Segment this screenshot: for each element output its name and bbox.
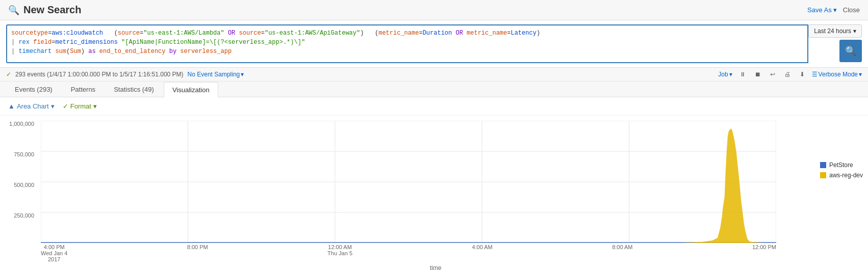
search-bar: sourcetype=aws:cloudwatch (source="us-ea… — [0, 20, 868, 68]
print-button[interactable]: 🖨 — [782, 70, 793, 79]
header-actions: Save As ▾ Close — [807, 6, 860, 14]
format-label: Format — [70, 102, 91, 110]
search-icon: 🔍 — [8, 5, 19, 16]
chart-legend: PetStore aws-reg-dev — [820, 161, 863, 179]
job-button[interactable]: Job ▾ — [718, 71, 732, 78]
area-chart-label: Area Chart — [17, 102, 49, 110]
legend-label-petstore: PetStore — [829, 161, 853, 169]
tab-visualization[interactable]: Visualization — [164, 82, 218, 97]
legend-color-petstore — [820, 162, 826, 168]
chart-wrapper: 1,000,000 750,000 500,000 250,000 — [0, 116, 868, 270]
x-label-4am: 4:00 AM — [472, 244, 492, 262]
area-chart-button[interactable]: ▲ Area Chart ▾ — [8, 102, 55, 110]
list-icon: ☰ — [812, 71, 818, 78]
x-axis-title: _time — [426, 264, 441, 270]
area-chart-icon: ▲ — [8, 102, 15, 110]
search-button[interactable]: 🔍 — [839, 40, 862, 62]
page-title: 🔍 New Search — [8, 4, 81, 16]
stop-button[interactable]: ⏹ — [753, 70, 763, 79]
title-text: New Search — [23, 4, 81, 16]
legend-item-petstore: PetStore — [820, 161, 863, 169]
chart-toolbar: ▲ Area Chart ▾ ✓ Format ▾ — [0, 97, 868, 116]
time-range-label: Last 24 hours — [814, 28, 851, 35]
search-input-wrap: sourcetype=aws:cloudwatch (source="us-ea… — [6, 24, 808, 63]
svg-marker-11 — [41, 242, 776, 243]
check-icon: ✓ — [6, 71, 11, 78]
search-icon: 🔍 — [845, 45, 856, 57]
chevron-down-icon: ▾ — [853, 28, 856, 35]
chevron-down-icon: ▾ — [859, 71, 862, 78]
share-button[interactable]: ↩ — [768, 70, 777, 79]
legend-item-aws-reg-dev: aws-reg-dev — [820, 172, 863, 179]
chart-svg — [41, 121, 776, 243]
format-icon: ✓ — [63, 102, 68, 110]
chevron-down-icon: ▾ — [51, 102, 55, 110]
search-input[interactable]: sourcetype=aws:cloudwatch (source="us-ea… — [11, 29, 803, 59]
chevron-down-icon: ▾ — [833, 6, 837, 14]
status-bar: ✓ 293 events (1/4/17 1:00:00.000 PM to 1… — [0, 68, 868, 82]
close-button[interactable]: Close — [843, 6, 860, 14]
y-label-1000000: 1,000,000 — [9, 121, 34, 127]
chevron-down-icon: ▾ — [241, 71, 244, 78]
header: 🔍 New Search Save As ▾ Close — [0, 0, 868, 20]
job-label: Job — [718, 71, 728, 78]
event-sampling-button[interactable]: No Event Sampling ▾ — [188, 71, 244, 78]
download-button[interactable]: ⬇ — [798, 70, 807, 79]
y-label-500000: 500,000 — [14, 182, 34, 188]
y-label-250000: 250,000 — [14, 212, 34, 219]
chevron-down-icon: ▾ — [729, 71, 732, 78]
tabs-bar: Events (293) Patterns Statistics (49) Vi… — [0, 82, 868, 97]
x-label-8am: 8:00 AM — [612, 244, 632, 262]
save-as-button[interactable]: Save As ▾ — [807, 6, 837, 14]
save-as-label: Save As — [807, 6, 832, 14]
sampling-label: No Event Sampling — [188, 71, 240, 78]
legend-label-aws-reg-dev: aws-reg-dev — [829, 172, 863, 179]
x-label-12pm: 12:00 PM — [752, 244, 776, 262]
verbose-mode-button[interactable]: ☰ Verbose Mode ▾ — [812, 71, 862, 78]
y-axis-labels: 1,000,000 750,000 500,000 250,000 — [0, 121, 38, 243]
verbose-label: Verbose Mode — [819, 71, 858, 78]
status-left: ✓ 293 events (1/4/17 1:00:00.000 PM to 1… — [6, 71, 244, 78]
format-button[interactable]: ✓ Format ▾ — [63, 102, 97, 110]
x-label-12am: 12:00 AM Thu Jan 5 — [327, 244, 352, 262]
legend-color-aws-reg-dev — [820, 172, 826, 178]
time-range-button[interactable]: Last 24 hours ▾ — [808, 24, 862, 38]
x-label-8pm: 8:00 PM — [187, 244, 208, 262]
x-label-4pm: 4:00 PM Wed Jan 4 2017 — [41, 244, 67, 262]
x-axis-labels: 4:00 PM Wed Jan 4 2017 8:00 PM 12:00 AM … — [41, 244, 776, 262]
events-count-text: 293 events (1/4/17 1:00:00.000 PM to 1/5… — [15, 71, 184, 78]
chart-area: ▲ Area Chart ▾ ✓ Format ▾ 1,000,000 750,… — [0, 97, 868, 270]
search-right-panel: Last 24 hours ▾ 🔍 — [808, 24, 862, 63]
tab-statistics[interactable]: Statistics (49) — [105, 82, 163, 97]
pause-button[interactable]: ⏸ — [737, 70, 748, 79]
status-right: Job ▾ ⏸ ⏹ ↩ 🖨 ⬇ ☰ Verbose Mode ▾ — [718, 70, 862, 79]
svg-marker-12 — [41, 128, 776, 243]
tab-patterns[interactable]: Patterns — [62, 82, 104, 97]
tab-events[interactable]: Events (293) — [6, 82, 61, 97]
y-label-750000: 750,000 — [14, 151, 34, 157]
chevron-down-icon: ▾ — [93, 102, 97, 110]
